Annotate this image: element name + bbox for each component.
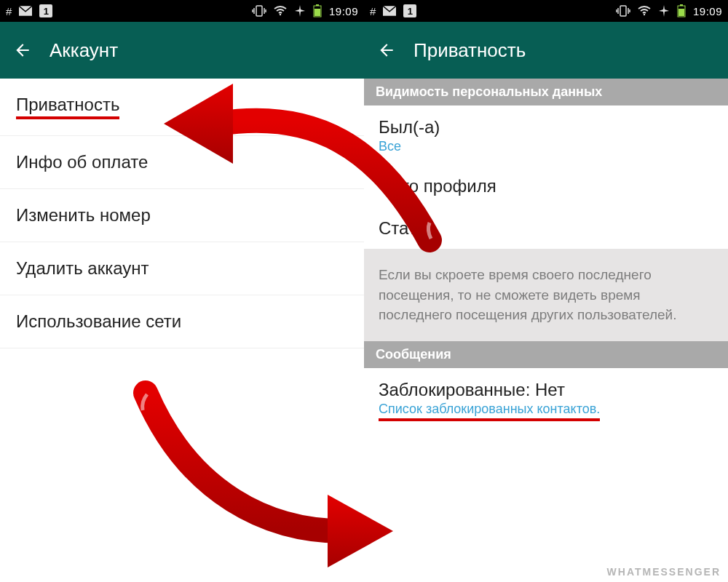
hash-icon: # — [370, 5, 376, 17]
gmail-icon — [19, 6, 32, 16]
gmail-icon — [383, 6, 396, 16]
section-header-visibility: Видимость персональных данных — [364, 79, 728, 105]
airplane-icon — [294, 5, 306, 17]
page-title: Приватность — [414, 39, 526, 62]
svg-rect-5 — [314, 9, 320, 16]
battery-icon — [677, 4, 686, 17]
setting-title: Фото профиля — [379, 176, 713, 196]
setting-last-seen[interactable]: Был(-а) Все — [364, 105, 728, 164]
calendar-one-icon: 1 — [403, 4, 416, 17]
svg-point-8 — [644, 14, 645, 15]
calendar-one-icon: 1 — [39, 4, 52, 17]
menu-item-privacy[interactable]: Приватность — [0, 79, 364, 136]
setting-title: Заблокированные: Нет — [379, 380, 713, 400]
setting-blocked-contacts[interactable]: Заблокированные: Нет Список заблокирован… — [364, 368, 728, 431]
svg-rect-1 — [256, 6, 262, 16]
wifi-icon — [638, 6, 651, 16]
vibrate-icon — [616, 5, 630, 17]
setting-title: Был(-а) — [379, 117, 713, 137]
section-header-messages: Сообщения — [364, 341, 728, 368]
phone-left-account: # 1 19:09 Аккаунт — [0, 0, 364, 582]
setting-subtitle: Список заблокированных контактов. — [379, 402, 713, 421]
page-title: Аккаунт — [50, 39, 118, 62]
app-bar-account: Аккаунт — [0, 22, 364, 79]
battery-icon — [313, 4, 322, 17]
setting-title: Статус — [379, 218, 713, 239]
phone-right-privacy: # 1 19:09 Приватность — [364, 0, 728, 582]
status-bar: # 1 19:09 — [0, 0, 364, 22]
watermark: WHATMESSENGER — [607, 566, 721, 578]
menu-label: Приватность — [16, 95, 119, 119]
vibrate-icon — [252, 5, 266, 17]
privacy-settings: Видимость персональных данных Был(-а) Вс… — [364, 79, 728, 582]
back-button[interactable] — [377, 41, 396, 60]
back-button[interactable] — [13, 41, 32, 60]
clock: 19:09 — [329, 5, 358, 17]
wifi-icon — [274, 6, 287, 16]
account-menu: Приватность Инфо об оплате Изменить номе… — [0, 79, 364, 582]
airplane-icon — [658, 5, 670, 17]
clock: 19:09 — [693, 5, 722, 17]
setting-value: Все — [379, 139, 713, 154]
info-note-last-seen: Если вы скроете время своего последнего … — [364, 249, 728, 341]
blocked-sub-label: Список заблокированных контактов. — [379, 402, 600, 421]
menu-item-payment-info[interactable]: Инфо об оплате — [0, 136, 364, 189]
svg-rect-7 — [620, 6, 626, 16]
svg-point-2 — [280, 14, 281, 15]
menu-item-change-number[interactable]: Изменить номер — [0, 189, 364, 242]
menu-item-network-usage[interactable]: Использование сети — [0, 295, 364, 348]
menu-item-delete-account[interactable]: Удалить аккаунт — [0, 242, 364, 295]
setting-profile-photo[interactable]: Фото профиля — [364, 164, 728, 207]
hash-icon: # — [6, 5, 12, 17]
app-bar-privacy: Приватность — [364, 22, 728, 79]
svg-rect-11 — [678, 9, 684, 16]
setting-status[interactable]: Статус — [364, 207, 728, 249]
status-bar: # 1 19:09 — [364, 0, 728, 22]
